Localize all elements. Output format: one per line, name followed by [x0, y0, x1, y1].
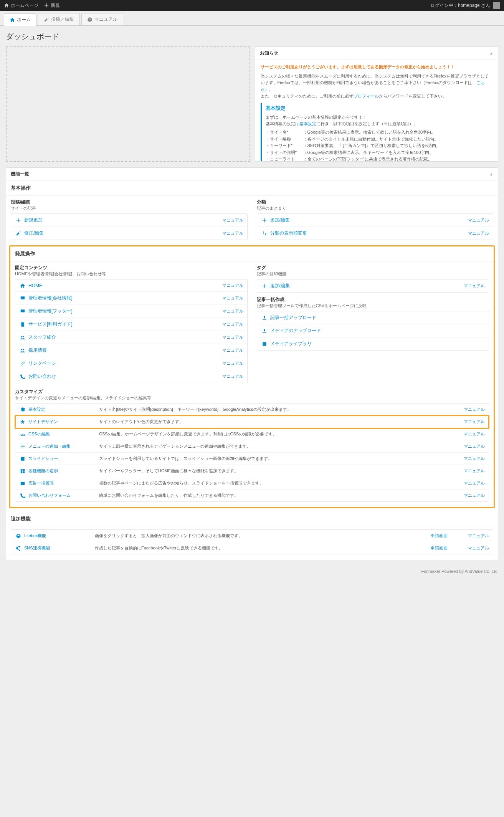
- link-icon: [19, 361, 26, 366]
- users-icon: [19, 348, 26, 353]
- image-icon: [19, 456, 26, 461]
- avatar[interactable]: [493, 2, 500, 9]
- manual-link[interactable]: マニュアル: [464, 283, 485, 289]
- link-メディアのアップロード[interactable]: メディアのアップロード: [268, 327, 485, 334]
- table-row: メニューの追加・編集サイト上部や横に表示されるナビゲーションメニューの追加や編集…: [15, 440, 489, 453]
- manual-link[interactable]: マニュアル: [222, 283, 243, 288]
- link-分類の表示順変更[interactable]: 分類の表示順変更: [268, 230, 468, 237]
- list-item: 追加/編集マニュアル: [257, 280, 489, 292]
- table-row: 基本設定サイト名[title]やサイト説明[description]、キーワード…: [15, 404, 489, 416]
- list-item: メディアのアップロード: [257, 324, 489, 337]
- link-サービス[利用ガイド][interactable]: サービス[利用ガイド]: [26, 321, 222, 327]
- link-スタッフ紹介[interactable]: スタッフ紹介: [26, 334, 222, 341]
- placeholder-box: [6, 46, 250, 162]
- link-追加/編集[interactable]: 追加/編集: [268, 283, 464, 289]
- list-item: 分類の表示順変更マニュアル: [257, 227, 493, 240]
- menu-icon: [19, 444, 26, 449]
- link-記事一括アップロード[interactable]: 記事一括アップロード: [268, 314, 485, 321]
- manual-link[interactable]: マニュアル: [468, 230, 489, 236]
- link-修正/編集[interactable]: 修正/編集: [22, 230, 222, 237]
- link-採用情報[interactable]: 採用情報: [26, 347, 222, 354]
- table-row: SNS連携機能作成した記事を自動的にFacebookやTwitterに反映できる…: [11, 542, 493, 554]
- manual-link[interactable]: マニュアル: [222, 374, 243, 379]
- link-Litebox機能[interactable]: Litebox機能: [22, 533, 95, 539]
- plus-icon: [261, 283, 268, 289]
- tab-home[interactable]: ホーム: [4, 13, 36, 26]
- link-CSSの編集[interactable]: CSSの編集: [26, 431, 99, 437]
- link-お問い合わせ[interactable]: お問い合わせ: [26, 373, 222, 380]
- link-サイトデザイン[interactable]: サイトデザイン: [26, 419, 99, 425]
- link-スライドショー[interactable]: スライドショー: [26, 456, 99, 461]
- ad-icon: [19, 481, 26, 486]
- tab-manual[interactable]: マニュアル: [81, 13, 123, 25]
- adv-ops-heading: 発展操作: [10, 246, 494, 261]
- manual-link[interactable]: マニュアル: [454, 493, 485, 498]
- manual-link[interactable]: マニュアル: [468, 217, 489, 223]
- list-item: 修正/編集マニュアル: [11, 227, 247, 240]
- apply-link[interactable]: 申請画面: [420, 533, 458, 539]
- manual-link[interactable]: マニュアル: [454, 468, 485, 474]
- phone-icon: [19, 493, 26, 498]
- basic-settings-link[interactable]: 基本設定: [299, 121, 316, 126]
- plus-icon: [44, 3, 49, 8]
- share-icon: [15, 546, 22, 551]
- link-管理者情報[会社情報][interactable]: 管理者情報[会社情報]: [26, 295, 222, 301]
- link-新規追加[interactable]: 新規追加: [22, 217, 222, 223]
- manual-link[interactable]: マニュアル: [454, 456, 485, 461]
- collapse-icon[interactable]: ▲: [489, 51, 493, 55]
- list-item: メディアライブラリ: [257, 337, 489, 350]
- manual-link[interactable]: マニュアル: [222, 217, 243, 223]
- apply-link[interactable]: 申請画面: [420, 545, 458, 551]
- grid-icon: [19, 468, 26, 474]
- manual-link[interactable]: マニュアル: [454, 407, 485, 412]
- manual-link[interactable]: マニュアル: [454, 443, 485, 449]
- link-広告一括管理[interactable]: 広告一括管理: [26, 480, 99, 486]
- list-item: サービス[利用ガイド]マニュアル: [15, 318, 247, 331]
- link-リンクページ[interactable]: リンクページ: [26, 360, 222, 367]
- tab-post[interactable]: 投稿／編集: [38, 13, 80, 25]
- swap-icon: [261, 231, 268, 236]
- profile-link[interactable]: プロフィール: [354, 94, 379, 98]
- link-お問い合わせフォーム[interactable]: お問い合わせフォーム: [26, 493, 99, 498]
- link-HOME[interactable]: HOME: [26, 283, 222, 288]
- manual-link[interactable]: マニュアル: [222, 334, 243, 340]
- list-item: スタッフ紹介マニュアル: [15, 331, 247, 344]
- topbar-new[interactable]: 新規: [44, 2, 60, 9]
- manual-link[interactable]: マニュアル: [222, 347, 243, 353]
- link-メディアライブラリ[interactable]: メディアライブラリ: [268, 341, 485, 347]
- page-title: ダッシュボード: [6, 31, 498, 42]
- manual-link[interactable]: マニュアル: [222, 321, 243, 327]
- manual-link[interactable]: マニュアル: [222, 230, 243, 236]
- link-管理者情報[フッター][interactable]: 管理者情報[フッター]: [26, 308, 222, 314]
- manual-link[interactable]: マニュアル: [454, 419, 485, 425]
- notice-panel: お知らせ▲ サービスのご利用ありがとうございます。まずは用意してある雛形データの…: [255, 46, 499, 162]
- manual-link[interactable]: マニュアル: [222, 361, 243, 366]
- notice-title: お知らせ: [260, 50, 278, 56]
- login-status[interactable]: ログイン中：homepage さん: [430, 2, 490, 9]
- link-各種機能の追加[interactable]: 各種機能の追加: [26, 468, 99, 474]
- manual-link[interactable]: マニュアル: [454, 480, 485, 486]
- table-row: 広告一括管理複数の記事やページにまたがる広告やお知らせ、スライドショーを一括管理…: [15, 477, 489, 490]
- list-item: お問い合わせマニュアル: [15, 370, 247, 383]
- addon-heading: 追加機能: [6, 511, 498, 526]
- manual-link[interactable]: マニュアル: [222, 295, 243, 301]
- help-icon: [87, 17, 93, 22]
- link-メニューの追加・編集[interactable]: メニューの追加・編集: [26, 443, 99, 449]
- plus-icon: [261, 218, 268, 223]
- link-追加/編集[interactable]: 追加/編集: [268, 217, 468, 223]
- manual-link[interactable]: マニュアル: [454, 431, 485, 437]
- manual-link[interactable]: マニュアル: [222, 308, 243, 314]
- func-title: 機能一覧: [11, 171, 29, 177]
- link-SNS連携機能[interactable]: SNS連携機能: [22, 545, 95, 551]
- home-icon: [10, 17, 15, 23]
- collapse-icon[interactable]: ▲: [489, 172, 493, 176]
- manual-link[interactable]: マニュアル: [458, 545, 489, 551]
- edit-icon: [15, 231, 22, 236]
- home-icon: [4, 3, 9, 8]
- link-基本設定[interactable]: 基本設定: [26, 407, 99, 412]
- manual-link[interactable]: マニュアル: [458, 533, 489, 539]
- box-icon: [15, 533, 22, 539]
- topbar-home[interactable]: ホームページ: [4, 2, 38, 9]
- monitor-icon: [19, 309, 26, 314]
- notice-headline: サービスのご利用ありがとうございます。まずは用意してある雛形データの修正から始め…: [261, 64, 493, 71]
